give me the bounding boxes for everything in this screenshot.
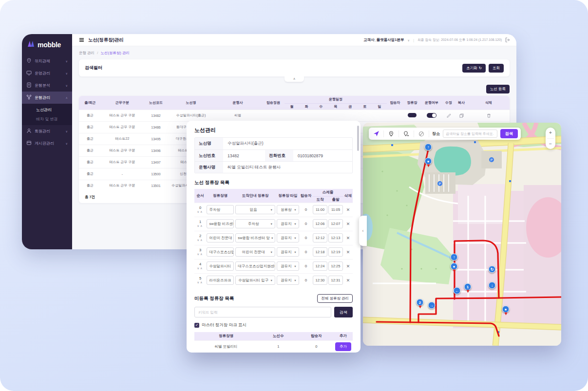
sidebar-item-member[interactable]: 회원관리∨ <box>22 125 72 137</box>
map-marker-direction[interactable]: → <box>428 302 436 309</box>
map-marker-stop[interactable]: 2 <box>417 299 424 306</box>
master-stop-mark-checkbox[interactable]: ✓ <box>194 323 199 328</box>
map-canvas: P P <box>363 123 561 346</box>
reorder-arrows[interactable]: ∨∧ <box>194 252 206 256</box>
map-marker-stop[interactable]: ● <box>502 306 510 313</box>
map-search-input[interactable] <box>443 130 497 138</box>
edit-icon[interactable] <box>442 110 455 121</box>
stop-name-input[interactable]: 어린이 천문대 <box>207 233 233 242</box>
sidebar-item-operations[interactable]: 운영관리∨ <box>22 67 72 79</box>
map-collapse-handle[interactable]: ‹ <box>359 216 367 246</box>
sidebar-item-location[interactable]: 위치관제∨ <box>22 55 72 67</box>
depart-time-input[interactable]: 12:25 <box>328 261 343 271</box>
add-stop-button[interactable]: 추가 <box>335 342 351 351</box>
breadcrumb-current[interactable]: 노선(정류장) 관리 <box>100 51 130 55</box>
arrive-time-input[interactable]: 12:12 <box>313 233 327 242</box>
stop-type-select[interactable]: 경유지▼ <box>277 276 299 285</box>
modal-scrollbar[interactable] <box>357 126 359 151</box>
reorder-arrows[interactable]: ∨∧ <box>194 280 206 284</box>
reorder-arrows[interactable]: ∨∧ <box>194 266 206 270</box>
stop-type-select[interactable]: 정류장▼ <box>277 205 299 214</box>
chevron-down-icon[interactable]: ∨ <box>407 38 409 42</box>
register-route-button[interactable]: 노선 등록 <box>486 85 510 93</box>
sidebar-item-analysis[interactable]: 운행분석∨ <box>22 79 72 92</box>
arrive-time-input[interactable]: 12:24 <box>313 261 327 271</box>
stop-name-input[interactable]: 수성알파시티 <box>207 261 233 271</box>
pin-icon[interactable] <box>387 130 396 138</box>
filter-collapse-tab[interactable]: ∧ <box>285 76 304 82</box>
stop-type-select[interactable]: 경유지▼ <box>277 247 299 257</box>
depart-time-input[interactable]: 12:19 <box>328 247 343 257</box>
arrival-guide-select[interactable]: 대구스포츠산업지원센터▼ <box>235 261 275 271</box>
map-marker-direction[interactable]: ↑ <box>451 254 458 261</box>
depart-time-input[interactable]: 12:13 <box>328 233 343 242</box>
arrive-time-input[interactable]: 11:00 <box>313 205 327 214</box>
stop-type-select[interactable]: 경유지▼ <box>277 261 299 271</box>
breadcrumb-parent[interactable]: 운행 관리 <box>79 51 95 55</box>
pin-add-icon[interactable] <box>402 130 411 138</box>
map-marker-stop[interactable]: ● <box>425 158 432 165</box>
reorder-arrows[interactable]: ∨∧ <box>194 210 206 214</box>
map-marker-direction[interactable]: ↻ <box>489 266 496 273</box>
operator-value[interactable]: 씨엘 모빌리티 테스트 운행사 <box>223 162 352 173</box>
arrival-guide-select[interactable]: 없음▼ <box>235 205 275 214</box>
map-marker-stop[interactable]: 1 <box>464 283 472 291</box>
stop-name-input[interactable]: 주차장 <box>207 205 233 214</box>
manage-all-stops-button[interactable]: 전체 정류장 관리 <box>317 294 353 303</box>
delete-stop-icon[interactable]: ✕ <box>346 264 350 269</box>
map-marker-direction[interactable]: ← <box>454 287 461 295</box>
stop-type-select[interactable]: 경유지▼ <box>277 219 299 228</box>
map-marker-stop[interactable]: ● <box>451 263 458 270</box>
depart-time-input[interactable]: 11:05 <box>328 205 343 214</box>
arrive-time-input[interactable]: 12:18 <box>313 247 327 257</box>
route-name-value[interactable]: 수성알파시티(출근) <box>223 138 352 149</box>
delete-icon[interactable] <box>468 110 510 121</box>
arrive-time-input[interactable]: 12:30 <box>313 276 327 285</box>
map-panel[interactable]: P P ↑●↑●↻1←↓2→● <box>363 123 561 346</box>
stop-passengers: 0 <box>300 245 312 259</box>
map-marker-direction[interactable]: ↑ <box>425 144 432 151</box>
sidebar-subitem[interactable]: 배차 및 변경 <box>22 114 72 124</box>
stop-type-select[interactable]: 경유지▼ <box>277 233 299 242</box>
logout-icon[interactable] <box>505 36 510 44</box>
sidebar-item-board[interactable]: 게시판관리∨ <box>22 137 72 149</box>
arrival-guide-select[interactable]: 주차장▼ <box>235 219 275 228</box>
keyword-search-input[interactable] <box>194 307 331 317</box>
reset-button[interactable]: 초기화↻ <box>462 64 486 73</box>
depart-time-input[interactable]: 12:31 <box>328 276 343 285</box>
map-marker-direction[interactable]: ↓ <box>489 282 496 289</box>
hamburger-icon[interactable] <box>79 39 84 40</box>
running-toggle[interactable] <box>427 113 436 118</box>
route-number-value[interactable]: 13482 <box>223 150 265 161</box>
delete-stop-icon[interactable]: ✕ <box>346 250 350 255</box>
arrival-guide-select[interactable]: sw융합 비즈센터 앞▼ <box>235 233 275 242</box>
delete-stop-icon[interactable]: ✕ <box>346 278 350 283</box>
route-table-row[interactable]: 출근테스트 근무 구분13482수성알파시티(출근)씨엘 <box>79 110 510 121</box>
compass-disabled-icon[interactable] <box>417 130 426 138</box>
arrival-guide-select[interactable]: 어린이 천문대▼ <box>235 247 275 257</box>
copy-icon[interactable] <box>455 110 468 121</box>
reorder-arrows[interactable]: ∨∧ <box>194 224 206 228</box>
phone-value[interactable]: 01031802879 <box>293 150 352 161</box>
delete-stop-icon[interactable]: ✕ <box>346 207 350 212</box>
sidebar-item-route[interactable]: 운행관리∧ <box>22 92 72 104</box>
zoom-in-button[interactable]: + <box>546 128 555 138</box>
stop-name-input[interactable]: 라이온즈파크 <box>207 276 233 285</box>
zoom-out-button[interactable]: − <box>546 139 555 149</box>
keyword-search-button[interactable]: 검색 <box>334 307 353 317</box>
navigate-icon[interactable] <box>372 130 380 138</box>
map-search-button[interactable]: 검색 <box>500 129 518 138</box>
last-access-info: 최종 접속 정보: 2024-07-06 오후 1:06:24 (1.217.1… <box>417 37 502 42</box>
query-button[interactable]: 조회 <box>489 64 504 73</box>
reorder-arrows[interactable]: ∨∧ <box>194 238 206 242</box>
sidebar-subitem[interactable]: 노선관리 <box>22 105 72 114</box>
brand[interactable]: mobble <box>22 34 72 55</box>
stop-name-input[interactable]: 대구스포츠산업지원센터 <box>207 247 233 257</box>
delete-stop-icon[interactable]: ✕ <box>346 236 350 241</box>
delete-stop-icon[interactable]: ✕ <box>346 222 350 226</box>
stop-name-input[interactable]: sw융합 비즈센터 앞 <box>207 219 233 228</box>
arrive-time-input[interactable]: 12:06 <box>313 219 327 228</box>
arrival-guide-select[interactable]: 수성알파시티 입구▼ <box>235 276 275 285</box>
depart-time-input[interactable]: 12:07 <box>328 219 343 228</box>
customer-name[interactable]: 고객사_플랫폼사업1본부 <box>363 37 404 42</box>
